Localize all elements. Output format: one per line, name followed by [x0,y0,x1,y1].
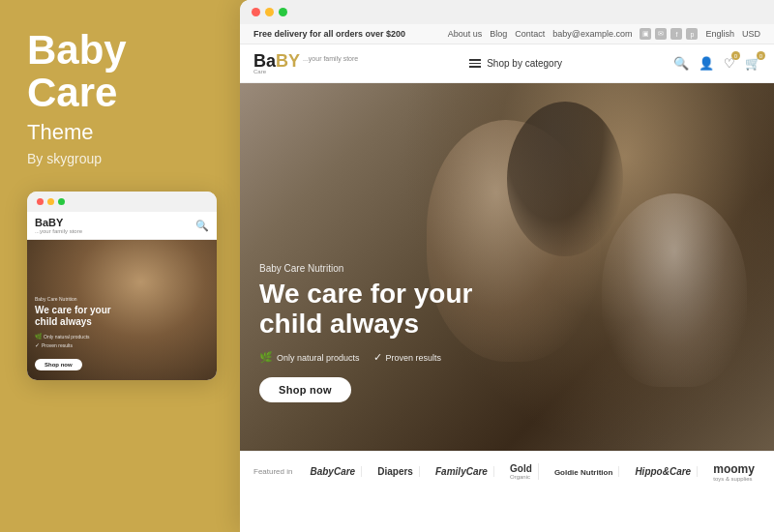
brand-logo-gold: Gold Organic [504,463,539,480]
mini-dot-yellow [47,198,54,205]
main-browser: Free delivery for all orders over $200 A… [240,0,774,532]
mini-logo-sub: ...your family store [35,228,82,234]
mini-shop-button[interactable]: Shop now [35,359,82,370]
brand-logo-hippo: Hippo&Care [629,466,698,477]
brand-by: By skygroup [27,151,102,166]
topbar-contact[interactable]: Contact [515,29,545,39]
brand-logo-goldie: Goldie Nutrition [549,466,619,477]
mini-dot-green [58,198,65,205]
nav-logo: BaBY Care ...your family store [253,52,358,74]
hero-badges: 🌿 Only natural products ✓ Proven results [259,351,755,364]
mini-browser: BaBY ...your family store 🔍 Baby Care Nu… [27,192,217,380]
pinterest-icon[interactable]: p [686,28,698,40]
hero-head-shape [507,102,623,256]
main-browser-bar [240,0,774,24]
hero-badge-proven: ✓ Proven results [373,351,442,364]
hero-nutrition-label: Baby Care Nutrition [259,263,755,274]
brands-bar: Featured in BabyCare Diapers FamilyCare … [240,451,774,491]
twitter-icon[interactable]: ✉ [655,28,667,40]
mini-browser-bar [27,192,217,212]
topbar-social-icons: ▣ ✉ f p [640,28,698,40]
nav-tagline: ...your family store [303,55,358,62]
mini-badges: 🌿 Only natural products ✓ Proven results [35,333,209,348]
mini-search-icon[interactable]: 🔍 [195,220,209,232]
mini-nav: BaBY ...your family store 🔍 [27,212,217,240]
topbar-email: baby@example.com [552,29,632,39]
brand-title: Baby Care [27,29,127,114]
topbar-right: About us Blog Contact baby@example.com ▣… [448,28,760,40]
hero-content: Baby Care Nutrition We care for your chi… [259,263,755,402]
mini-headline: We care for your child always [35,305,209,328]
topbar-lang[interactable]: English [705,29,734,39]
check-icon: ✓ [35,341,40,348]
brands-featured-label: Featured in [253,467,292,476]
search-icon[interactable]: 🔍 [673,56,689,71]
nav-logo-accent: BY [276,51,300,71]
topbar-currency[interactable]: USD [742,29,760,39]
mini-badge-proven: ✓ Proven results [35,341,209,348]
brand-subtitle: Theme [27,120,93,145]
account-icon[interactable]: 👤 [699,56,714,71]
brand-logo-moomy: moomy toys & supplies [707,462,760,482]
brand-logo-babycare: BabyCare [304,466,362,477]
topbar-shipping: Free delivery for all orders over $200 [253,29,405,39]
topbar-blog[interactable]: Blog [490,29,507,39]
main-dot-yellow [265,8,274,16]
wishlist-badge: 0 [731,51,740,60]
leaf-icon: 🌿 [35,333,42,340]
instagram-icon[interactable]: ▣ [640,28,651,40]
natural-icon: 🌿 [259,351,273,364]
main-dot-red [252,8,260,16]
mini-nutrition-label: Baby Care Nutrition [35,296,209,302]
nav-shop-label[interactable]: Shop by category [487,58,562,69]
main-dot-green [279,8,287,16]
brand-logo-diapers: Diapers [372,466,420,477]
cart-icon[interactable]: 🛒 0 [745,56,760,71]
nav-center: Shop by category [469,58,562,69]
left-panel: Baby Care Theme By skygroup BaBY ...your… [0,0,240,532]
hamburger-icon[interactable] [469,59,481,68]
main-nav: BaBY Care ...your family store Shop by c… [240,44,774,83]
facebook-icon[interactable]: f [670,28,682,40]
brand-logo-familycare: FamilyCare [430,466,494,477]
mini-dot-red [37,198,44,205]
hero-headline: We care for your child always [259,280,530,340]
proven-icon: ✓ [373,351,382,364]
hero-shop-button[interactable]: Shop now [259,377,351,402]
mini-logo: BaBY ...your family store [35,217,82,234]
top-bar: Free delivery for all orders over $200 A… [240,24,774,44]
topbar-about[interactable]: About us [448,29,483,39]
mini-hero-overlay: Baby Care Nutrition We care for your chi… [35,296,209,370]
mini-hero: Baby Care Nutrition We care for your chi… [27,240,217,380]
nav-icons: 🔍 👤 ♡ 0 🛒 0 [673,56,760,71]
brand-logos: BabyCare Diapers FamilyCare Gold Organic… [304,462,760,482]
mini-logo-text: BaBY [35,217,82,228]
hero-badge-natural: 🌿 Only natural products [259,351,360,364]
mini-badge-natural: 🌿 Only natural products [35,333,209,340]
nav-logo-text: BaBY [253,52,300,70]
cart-badge: 0 [757,51,765,60]
wishlist-icon[interactable]: ♡ 0 [724,56,735,71]
hero-section: Baby Care Nutrition We care for your chi… [240,83,774,451]
